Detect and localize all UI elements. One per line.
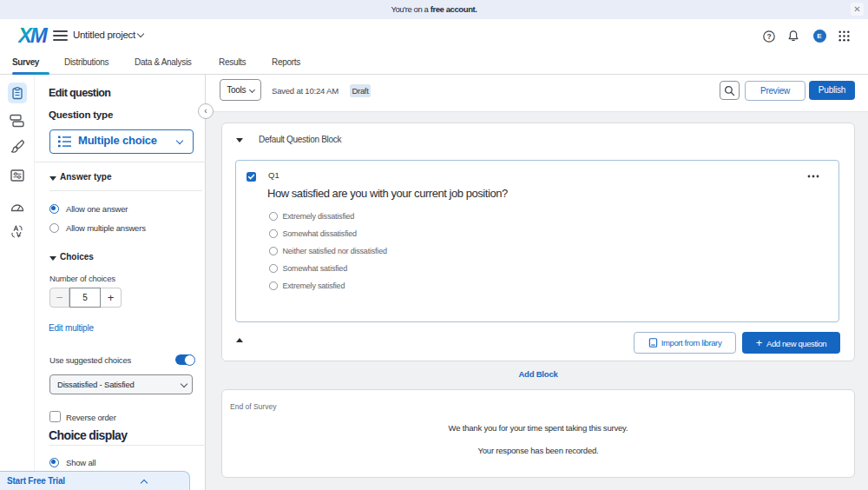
svg-text:?: ? bbox=[766, 32, 771, 41]
svg-text:XM: XM bbox=[18, 23, 49, 47]
